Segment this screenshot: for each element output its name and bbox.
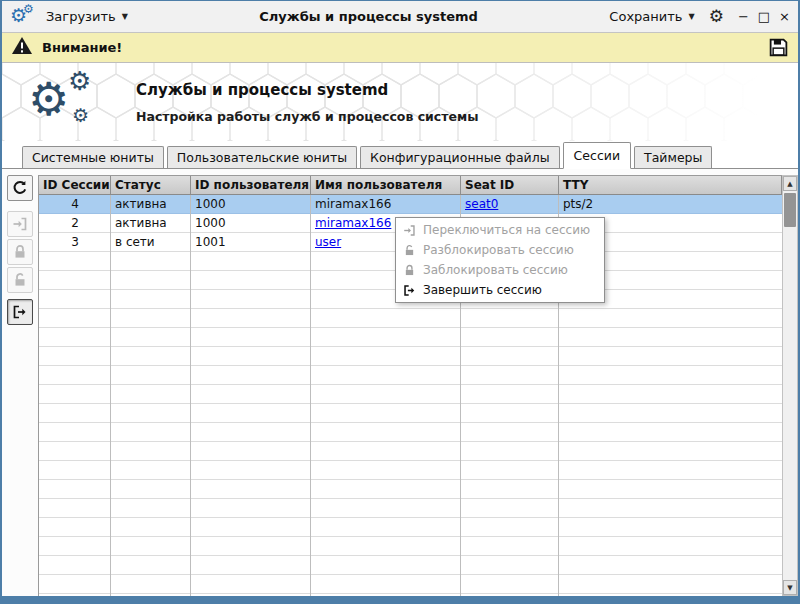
minimize-button[interactable]: − — [738, 10, 749, 23]
gears-logo: ⚙ ⚙ ⚙ — [28, 70, 106, 134]
tab-user-units[interactable]: Пользовательские юниты — [167, 146, 357, 168]
window-title: Службы и процессы systemd — [138, 9, 600, 24]
tab-system-units[interactable]: Системные юниты — [22, 146, 164, 168]
column-header-session-id[interactable]: ID Сессии — [39, 176, 111, 194]
save-file-icon[interactable] — [768, 37, 789, 58]
menu-item-label: Заблокировать сессию — [423, 263, 568, 277]
menu-item-label: Завершить сессию — [423, 283, 542, 297]
column-header-tty[interactable]: TTY — [559, 176, 782, 194]
page-title: Службы и процессы systemd — [136, 81, 478, 99]
window-controls: − □ × — [738, 10, 790, 23]
menu-item-label: Переключиться на сессию — [423, 223, 590, 237]
maximize-button[interactable]: □ — [758, 10, 770, 23]
cell-session-id: 4 — [39, 195, 111, 213]
save-menu-label: Сохранить — [609, 9, 682, 24]
column-header-seat-id[interactable]: Seat ID — [461, 176, 559, 194]
tab-bar: Системные юниты Пользовательские юниты К… — [2, 141, 798, 168]
tab-sessions[interactable]: Сессии — [563, 142, 631, 169]
cell-user-id: 1001 — [191, 233, 311, 251]
session-toolbar — [2, 175, 38, 596]
scroll-down-button[interactable]: ▼ — [783, 580, 797, 595]
cell-tty: pts/2 — [559, 195, 782, 213]
tab-config-files[interactable]: Конфигурационные файлы — [360, 146, 560, 168]
seat-id-link[interactable]: seat0 — [461, 195, 559, 213]
load-menu-label: Загрузить — [46, 9, 116, 24]
switch-session-button[interactable] — [7, 211, 33, 237]
app-window: ⚙ ⚙ Загрузить ▼ Службы и процессы system… — [0, 0, 800, 604]
column-divider — [110, 195, 111, 596]
column-divider — [190, 195, 191, 596]
gear-icon: ⚙ — [68, 68, 91, 94]
logout-icon — [12, 304, 28, 320]
lock-session-button[interactable] — [7, 239, 33, 265]
tab-timers[interactable]: Таймеры — [634, 146, 712, 168]
warning-icon — [11, 36, 33, 59]
refresh-icon — [12, 180, 28, 196]
session-context-menu: Переключиться на сессию Разблокировать с… — [395, 217, 605, 303]
table-row[interactable]: 4 активна 1000 miramax166 seat0 pts/2 — [39, 195, 782, 214]
hero-header: ⚙ ⚙ ⚙ Службы и процессы systemd Настройк… — [2, 63, 798, 141]
menu-item-lock-session[interactable]: Заблокировать сессию — [398, 260, 602, 280]
settings-gear-icon[interactable]: ⚙ — [709, 8, 724, 25]
cell-status: активна — [111, 214, 191, 232]
gear-icon: ⚙ — [23, 3, 34, 15]
cell-user-name: miramax166 — [311, 195, 461, 213]
cell-user-id: 1000 — [191, 195, 311, 213]
table-header: ID Сессии Статус ID пользователя Имя пол… — [39, 175, 782, 195]
switch-session-icon — [403, 224, 416, 237]
unlock-icon — [12, 272, 28, 288]
unlock-session-button[interactable] — [7, 267, 33, 293]
lock-icon — [12, 244, 28, 260]
warning-bar: Внимание! — [2, 33, 798, 63]
warning-text: Внимание! — [42, 40, 122, 55]
switch-session-icon — [12, 216, 28, 232]
cell-user-id: 1000 — [191, 214, 311, 232]
app-gears-icon: ⚙ ⚙ — [10, 4, 36, 30]
cell-session-id: 2 — [39, 214, 111, 232]
column-header-status[interactable]: Статус — [111, 176, 191, 194]
close-button[interactable]: × — [779, 10, 790, 23]
menu-item-unlock-session[interactable]: Разблокировать сессию — [398, 240, 602, 260]
menu-item-label: Разблокировать сессию — [423, 243, 574, 257]
unlock-icon — [403, 244, 416, 257]
vertical-scrollbar[interactable]: ▲ ▼ — [782, 175, 798, 596]
scrollbar-thumb[interactable] — [784, 193, 796, 227]
load-menu-button[interactable]: Загрузить ▼ — [46, 9, 128, 24]
column-header-user-id[interactable]: ID пользователя — [191, 176, 311, 194]
chevron-down-icon: ▼ — [688, 12, 694, 21]
logout-icon — [403, 284, 416, 297]
cell-status: активна — [111, 195, 191, 213]
titlebar: ⚙ ⚙ Загрузить ▼ Службы и процессы system… — [2, 1, 798, 33]
save-menu-button[interactable]: Сохранить ▼ — [609, 9, 694, 24]
menu-item-switch-session[interactable]: Переключиться на сессию — [398, 220, 602, 240]
column-header-user-name[interactable]: Имя пользователя — [311, 176, 461, 194]
page-subtitle: Настройка работы служб и процессов систе… — [136, 109, 478, 124]
gear-icon: ⚙ — [72, 106, 89, 125]
terminate-session-button[interactable] — [7, 299, 33, 325]
lock-icon — [403, 264, 416, 277]
column-divider — [310, 195, 311, 596]
menu-item-terminate-session[interactable]: Завершить сессию — [398, 280, 602, 300]
cell-status: в сети — [111, 233, 191, 251]
chevron-down-icon: ▼ — [122, 12, 128, 21]
scroll-up-button[interactable]: ▲ — [783, 176, 797, 191]
gear-icon: ⚙ — [28, 76, 69, 122]
refresh-button[interactable] — [7, 175, 33, 201]
cell-session-id: 3 — [39, 233, 111, 251]
